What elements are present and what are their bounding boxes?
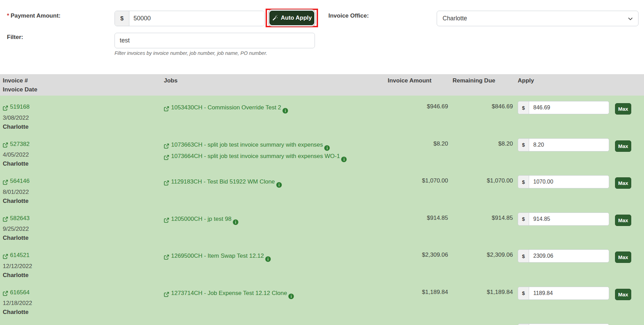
invoice-office-select[interactable]: Charlotte [437, 11, 638, 26]
apply-amount-input[interactable] [529, 101, 609, 114]
external-link-icon [164, 142, 169, 147]
apply-amount-input[interactable] [529, 250, 609, 262]
apply-amount-group: $ [518, 213, 609, 226]
invoice-date: 12/18/2022 [3, 299, 164, 308]
jobs-cell: 1073663CH - split job test invoice summa… [164, 133, 383, 170]
external-link-icon [3, 179, 8, 184]
job-link[interactable]: 1073663CH - split job test invoice summa… [164, 140, 323, 149]
jobs-cell: 1269500CH - Item Swap Test 12.12i [164, 244, 383, 281]
remaining-due-cell: $2,309.06 [448, 244, 513, 281]
max-button[interactable]: Max [615, 215, 631, 226]
invoice-row: 61656412/18/2022Charlotte1273714CH - Job… [0, 281, 644, 318]
invoice-row: 61452112/12/2022Charlotte1269500CH - Ite… [0, 244, 644, 281]
invoice-number-link[interactable]: 616564 [3, 288, 30, 297]
invoice-date: 4/05/2022 [3, 150, 164, 159]
invoice-row: 5273824/05/2022Charlotte1073663CH - spli… [0, 133, 644, 170]
invoice-number-link[interactable]: 519168 [3, 102, 30, 111]
job-link[interactable]: 1269500CH - Item Swap Test 12.12 [164, 251, 264, 260]
info-icon[interactable]: i [341, 157, 347, 162]
info-icon[interactable]: i [288, 294, 294, 299]
job-link[interactable]: 1073664CH - split job test invoice summa… [164, 151, 340, 161]
job-link[interactable]: 1053430CH - Commission Override Test 2 [164, 103, 281, 112]
invoice-cell: 5273824/05/2022Charlotte [0, 133, 164, 170]
max-button[interactable]: Max [615, 177, 631, 189]
invoice-amount-cell: $1,070.00 [383, 170, 448, 207]
external-link-icon [3, 105, 8, 110]
currency-addon: $ [115, 11, 129, 26]
invoice-office-value: Charlotte [443, 15, 467, 22]
external-link-icon [164, 253, 169, 258]
info-icon[interactable]: i [283, 108, 288, 114]
required-asterisk: * [7, 12, 9, 19]
external-link-icon [3, 216, 8, 221]
jobs-cell: 1053430CH - Commission Override Test 2i [164, 96, 383, 133]
apply-cell: $Max [513, 133, 644, 170]
invoice-amount-cell: $914.85 [383, 207, 448, 244]
invoice-row: $Max [0, 318, 644, 325]
remaining-due-cell: $914.85 [448, 207, 513, 244]
apply-cell: $Max [513, 281, 644, 318]
invoice-amount-cell: $1,189.84 [383, 281, 448, 318]
invoice-row: 5826439/25/2022Charlotte1205000CH - jp t… [0, 207, 644, 244]
invoice-date: 12/12/2022 [3, 262, 164, 271]
invoice-cell: 61452112/12/2022Charlotte [0, 244, 164, 281]
invoice-amount-cell: $8.20 [383, 133, 448, 170]
invoice-table-body: 5191683/08/2022Charlotte1053430CH - Comm… [0, 96, 644, 325]
invoice-row: 5641468/01/2022Charlotte1129183CH - Test… [0, 170, 644, 207]
max-button[interactable]: Max [615, 252, 631, 263]
auto-apply-button[interactable]: Auto Apply [269, 11, 314, 25]
remaining-due-cell: $8.20 [448, 133, 513, 170]
jobs-cell: 1273714CH - Job Expense Test 12.12 Clone… [164, 281, 383, 318]
filter-help-text: Filter invoices by invoice number, job n… [115, 50, 267, 56]
info-icon[interactable]: i [324, 145, 330, 151]
max-button[interactable]: Max [615, 103, 631, 115]
invoice-row: 5191683/08/2022Charlotte1053430CH - Comm… [0, 96, 644, 133]
remaining-due-cell: $1,070.00 [448, 170, 513, 207]
header-remaining-due: Remaining Due [448, 74, 513, 96]
filter-input[interactable] [115, 33, 315, 48]
invoice-amount-cell: $2,309.06 [383, 244, 448, 281]
info-icon[interactable]: i [265, 256, 271, 262]
job-link[interactable]: 1129183CH - Test Bid 51922 WM Clone [164, 177, 275, 186]
external-link-icon [164, 216, 169, 221]
payment-amount-input[interactable] [129, 11, 264, 26]
apply-amount-input[interactable] [529, 139, 609, 151]
info-icon[interactable]: i [276, 182, 282, 188]
invoice-cell: 61656412/18/2022Charlotte [0, 281, 164, 318]
invoice-number-link[interactable]: 614521 [3, 251, 30, 260]
invoice-office: Charlotte [3, 197, 164, 206]
external-link-icon [164, 154, 169, 159]
apply-amount-group: $ [518, 175, 609, 188]
payment-apply-page: *Payment Amount: $ Auto Apply Invoice Of… [0, 0, 644, 325]
header-invoice: Invoice # Invoice Date [0, 74, 164, 96]
max-button[interactable]: Max [615, 289, 631, 300]
job-link[interactable]: 1205000CH - jp test 98 [164, 214, 231, 224]
apply-cell: $Max [513, 244, 644, 281]
max-button[interactable]: Max [615, 140, 631, 152]
magic-wand-icon [272, 15, 278, 21]
info-icon[interactable]: i [233, 219, 238, 225]
job-link[interactable]: 1273714CH - Job Expense Test 12.12 Clone [164, 288, 287, 298]
invoice-amount-cell [383, 318, 448, 325]
invoice-date: 9/25/2022 [3, 225, 164, 234]
invoice-number-link[interactable]: 527382 [3, 140, 30, 149]
apply-amount-input[interactable] [529, 287, 609, 299]
jobs-cell: 1129183CH - Test Bid 51922 WM Clonei [164, 170, 383, 207]
auto-apply-label: Auto Apply [281, 14, 312, 21]
invoice-office: Charlotte [3, 271, 164, 280]
invoice-amount-cell: $946.69 [383, 96, 448, 133]
header-apply: Apply [513, 74, 644, 96]
invoice-number-link[interactable]: 582643 [3, 214, 30, 223]
apply-amount-input[interactable] [529, 213, 609, 225]
external-link-icon [3, 290, 8, 295]
invoice-office: Charlotte [3, 234, 164, 243]
invoice-table: Invoice # Invoice Date Jobs Invoice Amou… [0, 74, 644, 325]
apply-cell: $Max [513, 207, 644, 244]
invoice-number-link[interactable]: 564146 [3, 177, 30, 186]
external-link-icon [164, 290, 169, 296]
apply-amount-input[interactable] [529, 176, 609, 188]
invoice-date: 3/08/2022 [3, 114, 164, 122]
external-link-icon [164, 105, 169, 110]
invoice-cell [0, 318, 164, 325]
external-link-icon [3, 141, 8, 147]
